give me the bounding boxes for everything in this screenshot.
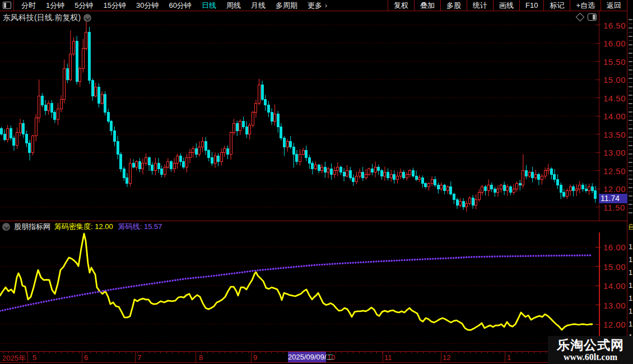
month-separator — [135, 352, 136, 362]
sub-axis-tick — [595, 266, 601, 267]
diamond-marker-icon[interactable] — [576, 13, 585, 22]
toolbar-divider — [13, 0, 14, 11]
month-separator — [441, 352, 441, 362]
action-button-9[interactable]: 返回 — [601, 0, 627, 11]
main-axis-tick — [595, 134, 601, 134]
main-axis-tick — [595, 207, 601, 207]
week-tick — [266, 352, 266, 353]
sub-y-axis-line — [599, 232, 600, 336]
main-axis-tick — [595, 25, 601, 25]
main-axis-price-label: 13.50 — [603, 130, 626, 139]
main-axis-price-label: 14.00 — [603, 111, 626, 121]
week-tick — [96, 352, 97, 353]
main-axis-tick — [595, 170, 601, 171]
week-tick — [8, 352, 9, 353]
strip-digit: 1 — [629, 281, 632, 290]
week-tick — [417, 352, 418, 353]
week-tick — [423, 352, 423, 353]
week-tick — [213, 352, 213, 353]
indicator-dropdown-icon[interactable] — [2, 223, 10, 231]
highlight-weekday-text: 二 — [327, 353, 334, 361]
week-tick — [166, 352, 167, 353]
main-axis-price-label: 15.00 — [603, 75, 626, 85]
month-label-1: 1 — [507, 353, 511, 362]
week-tick — [242, 352, 243, 353]
week-tick — [528, 352, 529, 353]
month-separator — [27, 352, 28, 362]
month-label-9: 9 — [253, 353, 257, 362]
week-tick — [108, 352, 109, 353]
main-axis-price-label: 14.50 — [603, 94, 626, 103]
title-dropdown-icon[interactable] — [83, 14, 91, 22]
week-tick — [26, 352, 27, 353]
indicator-series-values: 筹码密集度: 12.00筹码线: 15.57 — [54, 222, 167, 232]
candlestick-plot[interactable] — [0, 11, 597, 221]
period-tab-1[interactable]: 分时 — [16, 0, 41, 11]
action-button-6[interactable]: F10 — [519, 0, 543, 11]
week-tick — [149, 352, 150, 353]
main-axis-tick — [595, 152, 601, 153]
action-button-2[interactable]: 叠加 — [414, 0, 440, 11]
period-tab-3[interactable]: 5分钟 — [69, 0, 98, 11]
strip-digit: 1 — [629, 307, 632, 315]
period-tab-7[interactable]: 日线 — [197, 0, 221, 11]
week-tick — [15, 352, 15, 353]
week-tick — [178, 352, 179, 353]
month-label-12: 12 — [443, 353, 450, 362]
selected-date-highlight: 2025/09/09/二 — [288, 352, 326, 362]
right-panel-strip[interactable]: 自 11111111 — [627, 0, 633, 364]
period-tab-4[interactable]: 15分钟 — [98, 0, 131, 11]
week-tick — [248, 352, 249, 353]
period-tab-2[interactable]: 1分钟 — [41, 0, 69, 11]
stock-title: 东风科技(日线.前复权) — [3, 13, 81, 23]
period-tab-8[interactable]: 周线 — [221, 0, 246, 11]
week-tick — [347, 352, 348, 353]
action-button-5[interactable]: 画线 — [493, 0, 519, 11]
week-tick — [464, 352, 464, 353]
week-tick — [172, 352, 173, 353]
month-separator — [505, 352, 505, 362]
period-tab-10[interactable]: 多周期 — [271, 0, 302, 11]
period-tab-11[interactable]: 更多 — [302, 0, 327, 11]
week-tick — [131, 352, 132, 353]
split-window-icon[interactable] — [588, 13, 597, 21]
week-tick — [487, 352, 488, 353]
week-tick — [55, 352, 56, 353]
indicator-header: 股朋指标网 筹码密集度: 12.00筹码线: 15.57 — [2, 222, 167, 232]
indicator-plot[interactable] — [0, 232, 597, 350]
week-tick — [499, 352, 500, 353]
toolbar-actions-group: 复权叠加多股统计画线F10标记+自选返回 — [388, 0, 627, 11]
week-tick — [470, 352, 471, 353]
current-price-badge: 11.74 — [599, 194, 627, 203]
week-tick — [207, 352, 208, 353]
week-tick — [452, 352, 453, 353]
sub-axis-value-label: 12.00 — [603, 320, 626, 329]
month-label-5: 5 — [32, 353, 36, 362]
period-tab-5[interactable]: 30分钟 — [131, 0, 164, 11]
week-tick — [184, 352, 184, 353]
strip-digit: 1 — [629, 255, 632, 264]
week-tick — [61, 352, 62, 353]
period-tab-6[interactable]: 60分钟 — [164, 0, 196, 11]
week-tick — [283, 352, 283, 353]
action-button-4[interactable]: 统计 — [467, 0, 493, 11]
week-tick — [102, 352, 103, 353]
sub-axis-value-label: 13.00 — [603, 301, 626, 310]
week-tick — [359, 352, 360, 353]
month-label-7: 7 — [137, 353, 141, 362]
week-tick — [458, 352, 459, 353]
period-tab-9[interactable]: 月线 — [246, 0, 271, 11]
action-button-7[interactable]: 标记 — [543, 0, 570, 11]
week-tick — [400, 352, 401, 353]
action-button-3[interactable]: 多股 — [440, 0, 467, 11]
week-tick — [143, 352, 143, 353]
panel-divider[interactable] — [0, 221, 627, 221]
strip-tab-char: 自 — [628, 222, 633, 232]
time-axis[interactable]: 2025年 2025/09/09/二 567891011121 — [0, 351, 633, 363]
window-layout-icon[interactable] — [3, 2, 11, 9]
trading-app-window: 分时1分钟5分钟15分钟30分钟60分钟日线周线月线多周期更多› 复权叠加多股统… — [0, 0, 633, 364]
week-tick — [429, 352, 430, 353]
action-button-1[interactable]: 复权 — [388, 0, 414, 11]
action-button-8[interactable]: +自选 — [570, 0, 601, 11]
week-tick — [476, 352, 476, 353]
